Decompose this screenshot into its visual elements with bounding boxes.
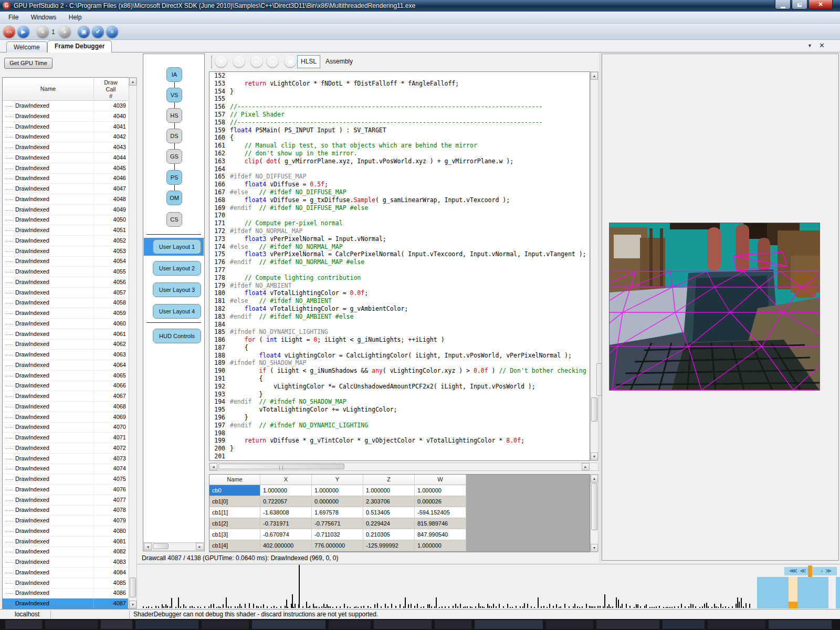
user-layout-4-button[interactable]: User Layout 4: [153, 304, 201, 319]
cb-row-name[interactable]: cb1[1]: [209, 507, 260, 518]
tab-hlsl[interactable]: HLSL: [297, 55, 320, 68]
cb-cell-value[interactable]: 0.722057: [260, 496, 312, 507]
pipeline-stage-hs[interactable]: HS: [166, 108, 182, 123]
drawcall-row[interactable]: DrawIndexed4039: [3, 101, 128, 111]
drawcall-row[interactable]: DrawIndexed4052: [3, 236, 128, 246]
tab-welcome[interactable]: Welcome: [6, 41, 47, 52]
drawcall-row[interactable]: DrawIndexed4040: [3, 111, 128, 122]
drawcall-row[interactable]: DrawIndexed4041: [3, 122, 128, 132]
cb-table-scrollbar[interactable]: ▲ ▼: [590, 474, 598, 552]
pipeline-stage-vs[interactable]: VS: [166, 88, 182, 102]
drawcall-row[interactable]: DrawIndexed4066: [3, 381, 128, 391]
scrollbar-thumb[interactable]: [591, 483, 597, 530]
scrollbar-thumb[interactable]: [218, 464, 344, 469]
drawcall-row[interactable]: DrawIndexed4083: [3, 557, 128, 568]
cb-cell-value[interactable]: 1.000000: [415, 485, 466, 496]
scroll-down-icon[interactable]: ▼: [129, 601, 136, 608]
cb-cell-value[interactable]: 0.513405: [363, 507, 415, 518]
user-layout-3-button[interactable]: User Layout 3: [153, 282, 201, 297]
drawcall-row[interactable]: DrawIndexed4064: [3, 360, 128, 371]
drawcall-row[interactable]: DrawIndexed4061: [3, 329, 128, 340]
drawcall-row[interactable]: DrawIndexed4086: [3, 588, 128, 598]
scroll-left-icon[interactable]: ◄: [209, 463, 217, 470]
pipeline-stage-ds[interactable]: DS: [166, 129, 182, 143]
drawcall-row[interactable]: DrawIndexed4078: [3, 505, 128, 516]
drawcall-row[interactable]: DrawIndexed4067: [3, 391, 128, 402]
drawcall-row[interactable]: DrawIndexed4073: [3, 454, 128, 464]
minimize-button[interactable]: [775, 0, 791, 9]
drawcall-row[interactable]: DrawIndexed4069: [3, 412, 128, 423]
cb-cell-value[interactable]: 402.000000: [260, 540, 312, 551]
user-layout-1-button[interactable]: User Layout 1: [153, 239, 201, 254]
drawcall-row[interactable]: DrawIndexed4065: [3, 371, 128, 381]
drawcall-row[interactable]: DrawIndexed4063: [3, 350, 128, 360]
drawcall-row[interactable]: DrawIndexed4084: [3, 568, 128, 578]
code-vscrollbar[interactable]: ▲ ▼: [590, 71, 598, 461]
drawcall-row[interactable]: DrawIndexed4059: [3, 308, 128, 319]
cb-cell-value[interactable]: 0.000026: [415, 496, 466, 507]
drawcall-row[interactable]: DrawIndexed4055: [3, 267, 128, 277]
drawcall-row[interactable]: DrawIndexed4077: [3, 495, 128, 506]
drawcall-row[interactable]: DrawIndexed4057: [3, 288, 128, 298]
build-icon[interactable]: ⚒: [215, 56, 227, 67]
cb-row-name[interactable]: cb1[4]: [209, 540, 260, 551]
scrollbar-thumb[interactable]: [153, 543, 169, 549]
cb-row-name[interactable]: cb1[0]: [209, 496, 260, 507]
cb-cell-value[interactable]: 1.000000: [363, 485, 415, 496]
drawcall-row[interactable]: DrawIndexed4047: [3, 184, 128, 194]
cb-column-header[interactable]: Name: [209, 475, 260, 485]
drawcall-row[interactable]: DrawIndexed4045: [3, 163, 128, 174]
log-icon[interactable]: ≡: [106, 26, 118, 38]
restore-button[interactable]: [792, 0, 807, 9]
scroll-right-icon[interactable]: ►: [582, 463, 590, 470]
scroll-up-icon[interactable]: ▲: [591, 72, 598, 80]
timeline-overview[interactable]: [757, 577, 828, 608]
cb-cell-value[interactable]: -125.999992: [363, 540, 415, 551]
cb-cell-value[interactable]: 0.210305: [363, 529, 415, 540]
menu-file[interactable]: File: [3, 12, 24, 23]
connect-icon[interactable]: ▭: [3, 26, 15, 38]
drawcall-row[interactable]: DrawIndexed4071: [3, 433, 128, 443]
check-icon[interactable]: ✔: [92, 26, 104, 38]
scroll-left-icon[interactable]: ◄: [144, 543, 152, 550]
cb-column-header[interactable]: X: [260, 475, 312, 485]
edit-icon[interactable]: ✎: [233, 56, 245, 67]
tab-close-icon[interactable]: ✕: [819, 41, 825, 49]
cb-column-header[interactable]: Y: [312, 475, 363, 485]
drawcall-row[interactable]: DrawIndexed4075: [3, 474, 128, 485]
column-header-drawcall[interactable]: Draw Call #: [93, 79, 128, 100]
cb-cell-value[interactable]: -1.638008: [260, 507, 312, 518]
drawcall-row[interactable]: DrawIndexed4072: [3, 443, 128, 454]
drawcall-row[interactable]: DrawIndexed4085: [3, 578, 128, 589]
cb-cell-value[interactable]: 2.303706: [363, 496, 415, 507]
step-back-icon[interactable]: «: [37, 26, 49, 38]
drawcall-row[interactable]: DrawIndexed4051: [3, 225, 128, 236]
page-prev-icon[interactable]: ↩: [251, 56, 262, 67]
pipeline-stage-om[interactable]: OM: [166, 191, 182, 205]
tab-frame-debugger[interactable]: Frame Debugger: [47, 40, 112, 52]
scroll-down-icon[interactable]: ▼: [591, 453, 598, 460]
cb-cell-value[interactable]: 1.000000: [260, 485, 312, 496]
drawcall-row[interactable]: DrawIndexed4076: [3, 485, 128, 495]
pipeline-hscrollbar[interactable]: ◄ ►: [144, 542, 204, 550]
drawcall-row[interactable]: DrawIndexed4068: [3, 402, 128, 412]
cb-row-name[interactable]: cb0: [209, 485, 260, 496]
cb-cell-value[interactable]: 815.989746: [415, 518, 466, 529]
cb-cell-value[interactable]: -0.670974: [260, 529, 312, 540]
scrollbar-thumb[interactable]: [591, 397, 597, 422]
cb-cell-value[interactable]: -594.152405: [415, 507, 466, 518]
drawcall-row[interactable]: DrawIndexed4050: [3, 215, 128, 225]
pipeline-stage-ia[interactable]: IA: [166, 67, 182, 82]
menu-windows[interactable]: Windows: [26, 12, 62, 23]
tab-assembly[interactable]: Assembly: [326, 58, 353, 65]
pipeline-stage-ps[interactable]: PS: [166, 170, 182, 185]
tab-list-dropdown-icon[interactable]: ▼: [807, 43, 812, 48]
drawcall-row[interactable]: DrawIndexed4043: [3, 142, 128, 153]
cb-cell-value[interactable]: -0.711032: [312, 529, 363, 540]
capture-icon[interactable]: ▣: [78, 26, 90, 38]
cb-cell-value[interactable]: 1.000000: [415, 540, 466, 551]
get-gpu-time-button[interactable]: Get GPU Time: [4, 58, 52, 69]
column-header-name[interactable]: Name: [3, 86, 93, 92]
save-icon[interactable]: ▣: [285, 56, 296, 67]
code-hscrollbar[interactable]: ◄ ►: [209, 463, 598, 471]
